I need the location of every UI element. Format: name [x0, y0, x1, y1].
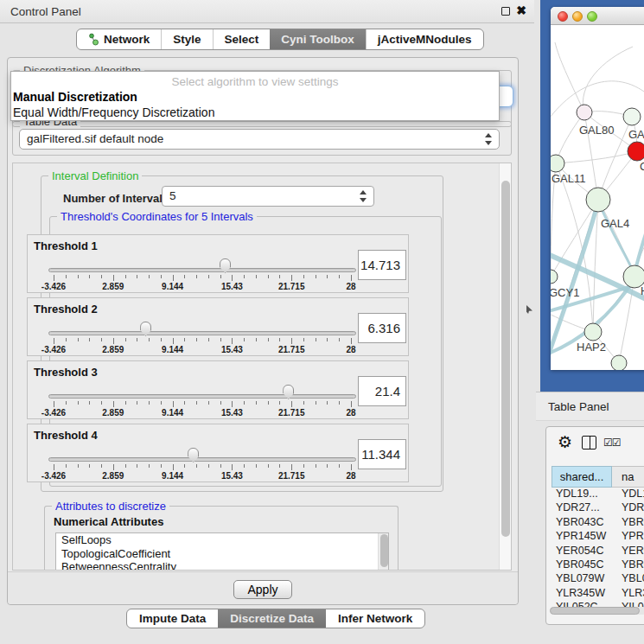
top-tab-bar: Network Style Select Cyni Toolbox jActiv… — [76, 29, 484, 50]
slider-track[interactable] — [48, 268, 356, 272]
tab-cyni-toolbox[interactable]: Cyni Toolbox — [270, 29, 366, 49]
slider-tick-label: 9.144 — [162, 408, 183, 418]
tab-network[interactable]: Network — [77, 29, 161, 49]
slider-tick — [66, 338, 67, 341]
column-header-name[interactable]: na — [612, 466, 644, 488]
table-row[interactable]: YDL19...YDL1 — [552, 488, 644, 501]
cell-shared-name[interactable]: YPR145W — [552, 530, 612, 544]
slider-tick-label: 21.715 — [278, 408, 305, 418]
numerical-attributes-list[interactable]: SelfLoopsTopologicalCoefficientBetweenne… — [55, 532, 389, 571]
algorithm-option-equal-width[interactable]: Equal Width/Frequency Discretization — [13, 105, 214, 119]
table-data-combobox[interactable]: galFiltered.sif default node — [19, 129, 500, 150]
float-window-icon[interactable] — [501, 7, 510, 16]
GAL80-node[interactable] — [577, 105, 592, 120]
slider-tick — [161, 464, 162, 468]
slider-tick — [232, 464, 233, 470]
slider-tick — [279, 464, 280, 468]
tab-jactivemnodules[interactable]: jActiveMNodules — [366, 29, 483, 49]
table-row[interactable]: YLR345WYLR3 — [552, 587, 644, 601]
attributes-list-scrollbar[interactable] — [378, 533, 388, 570]
table-row[interactable]: YDR27...YDR2 — [552, 501, 644, 515]
table-row[interactable]: YBR043CYBR0 — [552, 516, 644, 530]
mac-minimize-icon[interactable] — [572, 11, 583, 22]
slider-tick — [303, 275, 304, 278]
number-of-intervals-spinner[interactable]: 5 — [162, 186, 374, 207]
cell-shared-name[interactable]: YBL079W — [552, 572, 612, 586]
top-right-node[interactable] — [623, 108, 641, 125]
network-canvas[interactable]: GAL80GACGAL11GAL4GCY1HHAP2 — [551, 25, 644, 370]
tab-infer-network[interactable]: Infer Network — [326, 609, 424, 628]
cell-shared-name[interactable]: YLR345W — [552, 587, 612, 601]
GCY1-node[interactable] — [551, 270, 558, 284]
table-row[interactable]: YPR145WYPR1 — [552, 530, 644, 544]
slider-tick-label: 15.43 — [221, 471, 243, 481]
cell-name[interactable]: YBL0 — [612, 572, 644, 586]
columns-icon[interactable] — [582, 436, 596, 450]
table-row[interactable]: YBR045CYBR0 — [552, 558, 644, 572]
mac-close-icon[interactable] — [558, 11, 568, 22]
slider-tick — [173, 275, 174, 281]
HAP2-node[interactable] — [584, 323, 602, 341]
threshold-value-field[interactable]: 14.713 — [358, 250, 406, 280]
slider-tick — [54, 401, 54, 407]
cell-name[interactable]: YLR3 — [612, 587, 644, 601]
slider-tick-label: -3.426 — [41, 282, 66, 291]
settings-scrollbar-thumb[interactable] — [501, 181, 510, 537]
cell-name[interactable]: YBR0 — [612, 516, 644, 530]
threshold-value-field[interactable]: 11.344 — [358, 439, 406, 469]
threshold-value-field[interactable]: 21.4 — [358, 376, 406, 406]
apply-button[interactable]: Apply — [233, 580, 292, 599]
algorithm-option-manual[interactable]: Manual Discretization — [13, 90, 137, 104]
table-horizontal-scrollbar[interactable] — [550, 607, 644, 615]
tab-discretize-data[interactable]: Discretize Data — [218, 609, 326, 628]
cell-name[interactable]: YBR0 — [612, 558, 644, 572]
cell-name[interactable]: YPR1 — [612, 530, 644, 544]
tab-style[interactable]: Style — [161, 29, 212, 49]
mac-zoom-icon[interactable] — [587, 11, 597, 22]
cell-shared-name[interactable]: YBR043C — [552, 516, 612, 530]
slider-track[interactable] — [48, 394, 356, 399]
network-edge[interactable] — [556, 151, 637, 163]
slider-tick — [196, 338, 197, 341]
network-edge-highlighted[interactable] — [598, 201, 634, 275]
attribute-item[interactable]: SelfLoops — [56, 533, 388, 547]
attribute-item[interactable]: BetweennessCentrality — [56, 560, 388, 571]
node-attribute-table[interactable]: shared... na YDL19...YDL1YDR27...YDR2YBR… — [552, 466, 644, 609]
GAL11-node[interactable] — [551, 155, 564, 172]
network-view-window[interactable]: GAL80GACGAL11GAL4GCY1HHAP2 — [551, 7, 644, 370]
slider-track[interactable] — [48, 457, 356, 462]
column-header-shared-name[interactable]: shared... — [552, 466, 612, 488]
table-row[interactable]: YER054CYER0 — [552, 545, 644, 558]
close-icon[interactable]: ✖ — [516, 3, 526, 17]
slider-tick — [208, 338, 209, 341]
cell-name[interactable]: YER0 — [612, 545, 644, 558]
attribute-item[interactable]: TopologicalCoefficient — [56, 547, 388, 561]
slider-tick — [89, 338, 90, 341]
cell-shared-name[interactable]: YER054C — [552, 545, 612, 558]
threshold-value-field[interactable]: 6.316 — [358, 313, 406, 343]
table-scrollbar-thumb[interactable] — [550, 607, 640, 615]
slider-track[interactable] — [48, 331, 356, 335]
selected-red-node[interactable] — [628, 142, 644, 161]
select-checkboxes-icon[interactable]: ☑☑ — [603, 437, 621, 449]
cell-name[interactable]: YDR2 — [612, 501, 644, 515]
tab-impute-data[interactable]: Impute Data — [127, 609, 218, 628]
thresholds-group-title: Threshold's Coordinates for 5 Intervals — [57, 210, 257, 223]
tab-style-label: Style — [173, 33, 201, 46]
cell-shared-name[interactable]: YDL19... — [552, 488, 612, 501]
slider-tick — [113, 464, 114, 470]
slider-tick-label: -3.426 — [41, 408, 66, 418]
GAL4-node[interactable] — [586, 188, 610, 212]
slider-tick — [137, 401, 137, 405]
tab-select[interactable]: Select — [213, 29, 271, 49]
gear-icon[interactable]: ⚙ — [558, 432, 572, 452]
cell-shared-name[interactable]: YBR045C — [552, 558, 612, 572]
cell-shared-name[interactable]: YDR27... — [552, 501, 612, 515]
bottom-node[interactable] — [611, 355, 627, 370]
network-edge[interactable] — [583, 47, 633, 112]
cell-name[interactable]: YDL1 — [612, 488, 644, 501]
network-edge[interactable] — [555, 42, 584, 112]
settings-vertical-scrollbar[interactable] — [499, 163, 511, 570]
table-row[interactable]: YBL079WYBL0 — [552, 572, 644, 586]
attributes-scrollbar-thumb[interactable] — [380, 534, 388, 567]
